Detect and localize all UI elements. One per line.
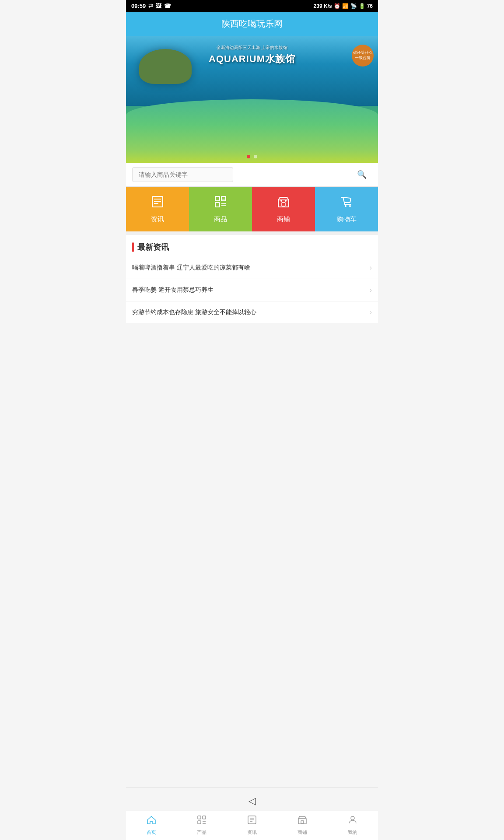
news-arrow-3: › bbox=[370, 308, 372, 316]
news-item-3[interactable]: 穷游节约成本也存隐患 旅游安全不能掉以轻心 › bbox=[126, 301, 378, 323]
section-header: 最新资讯 bbox=[126, 235, 378, 257]
usb-icon: ⇄ bbox=[148, 3, 153, 9]
news-item-2[interactable]: 春季吃姜 避开食用禁忌巧养生 › bbox=[126, 279, 378, 301]
news-text-2: 春季吃姜 避开食用禁忌巧养生 bbox=[132, 286, 365, 294]
app-title: 陕西吃喝玩乐网 bbox=[221, 19, 283, 28]
signal-icon: 📡 bbox=[350, 3, 357, 9]
banner[interactable]: 全新海边高阳三天出游 上帝的水族馆 AQUARIUM水族馆 你还等什么 一级台阶 bbox=[126, 36, 378, 163]
svg-rect-4 bbox=[215, 196, 220, 201]
nav-label-products: 商品 bbox=[214, 215, 227, 224]
person-icon: ☎ bbox=[164, 3, 171, 9]
news-icon bbox=[150, 195, 164, 212]
news-arrow-1: › bbox=[370, 264, 372, 272]
dot-2[interactable] bbox=[254, 155, 257, 158]
banner-scene: 全新海边高阳三天出游 上帝的水族馆 AQUARIUM水族馆 你还等什么 一级台阶 bbox=[126, 36, 378, 163]
svg-point-12 bbox=[280, 200, 282, 202]
section-indicator bbox=[132, 242, 134, 252]
svg-point-15 bbox=[349, 205, 351, 207]
nav-label-news: 资讯 bbox=[151, 215, 164, 224]
news-text-3: 穷游节约成本也存隐患 旅游安全不能掉以轻心 bbox=[132, 308, 365, 316]
wifi-icon: 📶 bbox=[342, 3, 349, 9]
svg-rect-11 bbox=[282, 203, 285, 206]
nav-label-store: 商铺 bbox=[277, 215, 290, 224]
battery-level: 76 bbox=[367, 3, 373, 9]
news-item-1[interactable]: 喝着啤酒撸着串 辽宁人最爱吃的凉菜都有啥 › bbox=[126, 257, 378, 279]
cart-icon bbox=[340, 195, 354, 212]
nav-item-products[interactable]: 商品 bbox=[189, 187, 252, 231]
banner-dots bbox=[247, 155, 257, 158]
svg-point-14 bbox=[345, 205, 346, 207]
nav-item-news[interactable]: 资讯 bbox=[126, 187, 189, 231]
speed: 239 K/s bbox=[314, 3, 332, 9]
banner-corner-badge: 你还等什么 一级台阶 bbox=[352, 45, 374, 66]
status-right: 239 K/s ⏰ 📶 📡 🔋 76 bbox=[314, 3, 373, 9]
nav-item-cart[interactable]: 购物车 bbox=[315, 187, 378, 231]
banner-main-title: AQUARIUM水族馆 bbox=[139, 52, 365, 66]
quick-nav: 资讯 商品 商铺 bbox=[126, 187, 378, 231]
app-header: 陕西吃喝玩乐网 bbox=[126, 12, 378, 36]
nav-label-cart: 购物车 bbox=[337, 215, 357, 224]
pool-area bbox=[126, 99, 378, 163]
time: 09:59 bbox=[131, 3, 146, 9]
search-input[interactable] bbox=[132, 167, 233, 182]
search-icon: 🔍 bbox=[357, 170, 367, 179]
news-arrow-2: › bbox=[370, 286, 372, 294]
image-icon: 🖼 bbox=[156, 3, 161, 9]
section-title: 最新资讯 bbox=[137, 242, 169, 252]
dot-1[interactable] bbox=[247, 155, 250, 158]
status-bar: 09:59 ⇄ 🖼 ☎ 239 K/s ⏰ 📶 📡 🔋 76 bbox=[126, 0, 378, 12]
products-icon bbox=[214, 195, 228, 212]
svg-rect-5 bbox=[221, 196, 226, 201]
banner-title-overlay: 全新海边高阳三天出游 上帝的水族馆 AQUARIUM水族馆 bbox=[139, 45, 365, 66]
alarm-icon: ⏰ bbox=[334, 3, 340, 9]
search-bar: 🔍 bbox=[126, 163, 378, 187]
svg-rect-7 bbox=[215, 203, 220, 207]
news-text-1: 喝着啤酒撸着串 辽宁人最爱吃的凉菜都有啥 bbox=[132, 264, 365, 272]
banner-pre-text: 全新海边高阳三天出游 上帝的水族馆 bbox=[139, 45, 365, 51]
store-icon bbox=[276, 195, 290, 212]
battery-icon: 🔋 bbox=[359, 3, 365, 9]
status-left: 09:59 ⇄ 🖼 ☎ bbox=[131, 3, 171, 9]
nav-item-store[interactable]: 商铺 bbox=[252, 187, 315, 231]
svg-point-13 bbox=[285, 200, 287, 202]
news-list: 喝着啤酒撸着串 辽宁人最爱吃的凉菜都有啥 › 春季吃姜 避开食用禁忌巧养生 › … bbox=[126, 257, 378, 323]
section-divider bbox=[126, 231, 378, 235]
search-input-wrap: 🔍 bbox=[132, 167, 372, 182]
